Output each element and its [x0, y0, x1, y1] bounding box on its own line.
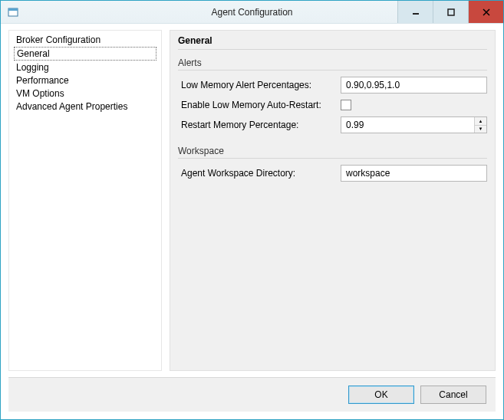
- ok-button[interactable]: OK: [348, 386, 414, 404]
- footer: OK Cancel: [8, 377, 496, 412]
- maximize-button[interactable]: [433, 1, 468, 23]
- sidebar-item-broker-configuration[interactable]: Broker Configuration: [14, 34, 156, 46]
- low-memory-alert-label: Low Memory Alert Percentages:: [181, 80, 334, 90]
- group-workspace-title: Workspace: [178, 146, 487, 156]
- svg-rect-3: [448, 9, 454, 15]
- body: Broker Configuration General Logging Per…: [1, 24, 503, 371]
- group-alerts-title: Alerts: [178, 57, 487, 68]
- sidebar-item-general[interactable]: General: [14, 47, 156, 61]
- minimize-button[interactable]: [397, 1, 433, 23]
- spinner-down-icon[interactable]: ▼: [475, 125, 486, 133]
- cancel-button[interactable]: Cancel: [420, 386, 486, 404]
- restart-percent-label: Restart Memory Percentage:: [181, 120, 334, 130]
- group-alerts: Alerts Low Memory Alert Percentages: Ena…: [178, 57, 487, 133]
- app-icon: [7, 6, 19, 18]
- sidebar: Broker Configuration General Logging Per…: [8, 30, 162, 371]
- content-panel: General Alerts Low Memory Alert Percenta…: [170, 30, 496, 371]
- auto-restart-label: Enable Low Memory Auto-Restart:: [181, 100, 334, 110]
- window: Agent Configuration Broker Configuration…: [0, 0, 504, 420]
- close-button[interactable]: [468, 1, 503, 23]
- sidebar-item-vm-options[interactable]: VM Options: [14, 87, 156, 100]
- workspace-dir-label: Agent Workspace Directory:: [181, 168, 334, 179]
- titlebar: Agent Configuration: [1, 1, 503, 24]
- window-controls: [397, 1, 503, 23]
- low-memory-alert-input[interactable]: [341, 77, 487, 94]
- sidebar-item-performance[interactable]: Performance: [14, 74, 156, 87]
- svg-rect-1: [8, 8, 18, 11]
- auto-restart-checkbox[interactable]: [341, 100, 351, 110]
- spinner-up-icon[interactable]: ▲: [475, 117, 486, 125]
- restart-percent-input[interactable]: [341, 117, 474, 133]
- sidebar-item-advanced-agent-properties[interactable]: Advanced Agent Properties: [14, 100, 156, 113]
- content-heading: General: [178, 35, 487, 50]
- workspace-dir-input[interactable]: [341, 165, 487, 182]
- sidebar-item-logging[interactable]: Logging: [14, 61, 156, 74]
- restart-percent-spinner[interactable]: ▲ ▼: [341, 116, 487, 133]
- group-workspace: Workspace Agent Workspace Directory:: [178, 146, 487, 182]
